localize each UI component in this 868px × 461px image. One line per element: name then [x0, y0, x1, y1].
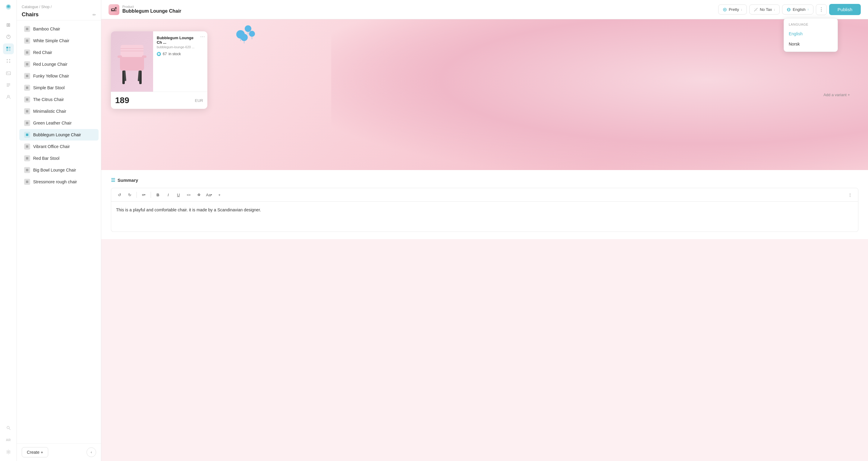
underline-button[interactable]: U: [174, 190, 183, 199]
breadcrumb-catalogue[interactable]: Catalogue: [22, 5, 38, 9]
sidebar-item-6[interactable]: The Citrus Chair: [19, 94, 98, 105]
link-icon: [197, 193, 201, 197]
svg-rect-11: [7, 84, 10, 84]
svg-point-15: [7, 426, 9, 429]
toolbar-divider: [136, 192, 137, 198]
sidebar-item-label-10: Vibrant Office Chair: [33, 144, 70, 149]
edit-icon[interactable]: ✏: [93, 12, 96, 17]
product-card-info: ⋯ Bubblegum Lounge Ch ... bubblegum-loun…: [153, 31, 207, 92]
sidebar-item-12[interactable]: Big Bowl Lounge Chair: [19, 164, 98, 176]
sidebar-item-10[interactable]: Vibrant Office Chair: [19, 141, 98, 152]
lang-option-1[interactable]: Norsk: [784, 39, 838, 49]
text-size-arrow: ▾: [211, 193, 212, 196]
grid-icon[interactable]: [3, 56, 14, 66]
text-size-button[interactable]: Aa ▾: [205, 190, 214, 199]
align-button[interactable]: ≡ ▾: [139, 190, 148, 199]
sidebar-item-7[interactable]: Minimalistic Chair: [19, 105, 98, 117]
sidebar-item-label-9: Bubblegum Lounge Chair: [33, 132, 81, 137]
sidebar-item-11[interactable]: Red Bar Stool: [19, 153, 98, 164]
search-icon[interactable]: [3, 422, 14, 433]
gallery-icon[interactable]: [3, 67, 14, 79]
tax-button[interactable]: No Tax ↓: [749, 4, 780, 14]
editor-content[interactable]: This is a playful and comfortable chair.…: [111, 202, 858, 232]
toolbar-more-button[interactable]: ⋮: [845, 190, 855, 199]
sidebar-item-icon-11: [24, 155, 30, 161]
language-button[interactable]: English ↑: [782, 4, 813, 14]
publish-button[interactable]: Publish: [829, 4, 861, 15]
sidebar-item-2[interactable]: Red Chair: [19, 47, 98, 58]
svg-rect-28: [26, 157, 28, 159]
tax-arrow: ↓: [774, 8, 775, 11]
product-type-label: Product: [122, 5, 181, 8]
language-label: English: [793, 7, 806, 12]
product-avatar: 🛋: [108, 4, 119, 15]
sidebar-item-label-1: White Simple Chair: [33, 38, 69, 43]
icon-nav: ⊞: [0, 0, 17, 461]
dashboard-icon[interactable]: ⊞: [3, 19, 14, 30]
add-variant-button[interactable]: Add a variant +: [824, 93, 850, 97]
users-icon[interactable]: [3, 92, 14, 102]
undo-button[interactable]: ↺: [115, 190, 124, 199]
svg-rect-20: [26, 63, 28, 65]
code-button[interactable]: <>: [184, 190, 193, 199]
create-button[interactable]: Create +: [22, 447, 48, 457]
pretty-icon: [723, 7, 727, 12]
breadcrumb: Catalogue / Shop /: [22, 5, 96, 9]
card-price: 189: [115, 96, 129, 105]
text-size-label: Aa: [206, 193, 211, 197]
add-element-button[interactable]: +: [215, 190, 224, 199]
sidebar-item-icon-5: [24, 85, 30, 91]
list-icon[interactable]: [3, 80, 14, 90]
sidebar-item-8[interactable]: Green Leather Chair: [19, 117, 98, 129]
more-options-button[interactable]: ⋮: [816, 4, 827, 15]
svg-point-6: [9, 59, 10, 60]
sidebar-item-icon-7: [24, 108, 30, 114]
sidebar-item-3[interactable]: Red Lounge Chair: [19, 59, 98, 70]
stock-count: 67: [163, 52, 167, 56]
svg-rect-27: [26, 145, 28, 148]
card-more-button[interactable]: ⋯: [200, 34, 205, 39]
svg-rect-23: [26, 98, 28, 101]
product-info: 🛋 Product Bubblegum Lounge Chair: [108, 4, 713, 15]
sidebar-item-4[interactable]: Funky Yellow Chair: [19, 70, 98, 82]
sidebar-item-label-3: Red Lounge Chair: [33, 62, 67, 67]
svg-point-7: [7, 62, 8, 63]
breadcrumb-shop[interactable]: Shop: [41, 5, 50, 9]
summary-icon: ☰: [111, 177, 115, 183]
content-icon[interactable]: [3, 43, 14, 54]
sidebar-item-13[interactable]: Stressmore rough chair: [19, 176, 98, 188]
translate-icon[interactable]: AR: [3, 434, 14, 445]
align-arrow: ▾: [144, 193, 146, 196]
topbar-actions: Pretty ↓ No Tax ↓ English ↑: [718, 4, 861, 15]
sidebar-item-9[interactable]: Bubblegum Lounge Chair: [19, 129, 98, 141]
svg-rect-24: [26, 110, 28, 113]
language-arrow: ↑: [807, 8, 809, 11]
sidebar-item-icon-13: [24, 179, 30, 185]
svg-point-43: [158, 53, 160, 55]
sidebar-item-label-13: Stressmore rough chair: [33, 179, 77, 184]
redo-button[interactable]: ↻: [125, 190, 134, 199]
collapse-sidebar-button[interactable]: ‹: [87, 448, 96, 457]
pretty-button[interactable]: Pretty ↓: [718, 4, 747, 14]
svg-rect-18: [26, 39, 28, 42]
link-button[interactable]: [194, 190, 204, 199]
sidebar-item-icon-4: [24, 73, 30, 79]
sidebar-item-5[interactable]: Simple Bar Stool: [19, 82, 98, 93]
svg-rect-13: [7, 86, 9, 87]
svg-rect-29: [26, 169, 28, 171]
app-logo: [4, 4, 13, 13]
sidebar-list: Bamboo ChairWhite Simple ChairRed ChairR…: [17, 21, 101, 443]
canvas-area: ⋯ Bubblegum Lounge Ch ... bubblegum-loun…: [101, 19, 868, 461]
lang-option-0[interactable]: English: [784, 29, 838, 39]
toolbar-divider-2: [151, 192, 151, 198]
language-icon: [786, 7, 791, 12]
sidebar-item-label-0: Bamboo Chair: [33, 27, 60, 31]
italic-button[interactable]: I: [164, 190, 173, 199]
sidebar-item-1[interactable]: White Simple Chair: [19, 35, 98, 47]
settings-icon[interactable]: [3, 447, 14, 457]
card-currency: EUR: [195, 98, 203, 103]
bold-button[interactable]: B: [153, 190, 162, 199]
card-slug: bubblegum-lounge-620 ...: [157, 45, 204, 49]
analytics-icon[interactable]: [3, 31, 14, 42]
sidebar-item-0[interactable]: Bamboo Chair: [19, 23, 98, 35]
